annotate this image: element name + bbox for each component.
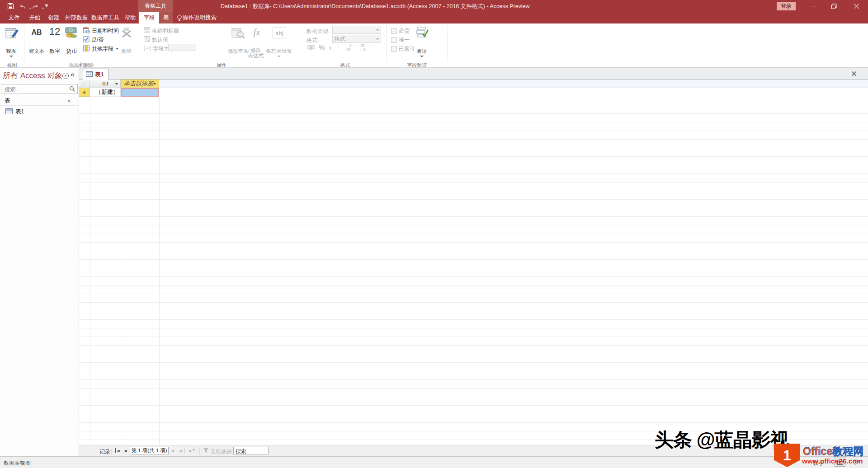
nav-menu-icon[interactable] bbox=[62, 73, 69, 79]
tab-database-tools[interactable]: 数据库工具 bbox=[90, 12, 121, 23]
format-select[interactable]: 格式 bbox=[332, 35, 381, 43]
default-value-icon bbox=[144, 36, 150, 43]
default-value-button[interactable]: 默认值 bbox=[144, 36, 168, 44]
cell-id-new[interactable]: （新建） bbox=[90, 88, 121, 97]
empty-grid[interactable] bbox=[79, 97, 868, 445]
unique-checkbox[interactable]: 唯一 bbox=[391, 36, 410, 44]
decrease-decimals-icon[interactable]: .00 →.0 bbox=[356, 43, 368, 51]
cell-add-selected[interactable] bbox=[121, 88, 159, 97]
tab-table[interactable]: 表 bbox=[159, 12, 173, 23]
no-filter-label[interactable]: 无筛选器 bbox=[210, 448, 232, 456]
comma-icon[interactable]: , bbox=[329, 42, 331, 51]
currency-icon[interactable] bbox=[65, 27, 78, 40]
tell-me-search[interactable]: 操作说明搜索 bbox=[183, 12, 222, 23]
undo-icon[interactable] bbox=[19, 3, 32, 11]
view-dropdown-icon[interactable] bbox=[9, 56, 13, 57]
data-type-select[interactable] bbox=[332, 26, 381, 34]
sign-in-button[interactable]: 登录 bbox=[777, 2, 796, 10]
document-tab-label: 表1 bbox=[95, 71, 104, 79]
number-button[interactable]: 数字 bbox=[46, 48, 63, 55]
memo-settings-button[interactable]: 备忘录设置 bbox=[264, 48, 293, 55]
delete-button[interactable]: 删除 bbox=[114, 48, 139, 55]
column-header-add-field[interactable]: 单击以添加 bbox=[121, 80, 159, 88]
increase-decimals-icon[interactable]: ←.0 .00 bbox=[342, 43, 354, 51]
document-tab-strip: 表1 bbox=[79, 68, 868, 80]
table-icon bbox=[5, 108, 13, 116]
short-text-button[interactable]: 短文本 bbox=[26, 48, 47, 55]
watermark-brand: Office教程网 bbox=[803, 445, 863, 459]
next-record-button[interactable]: ► bbox=[172, 448, 175, 453]
record-search-input[interactable]: 搜索 bbox=[233, 447, 269, 454]
more-fields-icon bbox=[83, 45, 90, 53]
required-checkbox[interactable]: 必需 bbox=[391, 27, 410, 35]
name-caption-icon bbox=[144, 27, 150, 34]
data-type-label: 数据类型: bbox=[307, 28, 330, 35]
title-bar: 表格工具 Database1 : 数据库- C:\Users\Administr… bbox=[0, 0, 868, 12]
number-icon[interactable]: 12 bbox=[46, 25, 63, 38]
checkbox-icon bbox=[391, 28, 397, 34]
tab-create[interactable]: 创建 bbox=[44, 12, 63, 23]
yes-no-icon bbox=[83, 36, 90, 44]
group-separator bbox=[24, 25, 24, 61]
collapse-section-icon[interactable]: « bbox=[66, 99, 73, 103]
short-text-icon[interactable]: AB bbox=[26, 27, 47, 38]
name-caption-button[interactable]: 名称和标题 bbox=[144, 27, 179, 35]
select-all-cell[interactable] bbox=[79, 80, 90, 88]
new-record-selector[interactable]: * bbox=[79, 88, 90, 97]
apply-currency-icon[interactable] bbox=[307, 44, 316, 52]
group-separator bbox=[387, 25, 387, 61]
record-position-box[interactable]: 第 1 项(共 1 项) bbox=[130, 447, 169, 454]
tab-home[interactable]: 开始 bbox=[25, 12, 44, 23]
new-record-button[interactable]: ►✱ bbox=[189, 448, 195, 453]
more-fields-button[interactable]: 其他字段 bbox=[83, 45, 118, 53]
header-filler bbox=[159, 80, 868, 88]
nav-section-tables[interactable]: 表 « bbox=[0, 96, 79, 106]
yes-no-button[interactable]: 是/否 bbox=[83, 36, 104, 44]
gridline bbox=[159, 97, 160, 445]
validation-dropdown-icon[interactable] bbox=[420, 56, 424, 57]
last-record-button[interactable]: ► bbox=[180, 448, 184, 453]
gridline bbox=[121, 97, 121, 445]
redo-icon[interactable] bbox=[32, 3, 44, 11]
datasheet: ID 单击以添加 * （新建） bbox=[79, 80, 868, 445]
column-dropdown-icon[interactable] bbox=[153, 83, 156, 85]
mini-separator bbox=[339, 45, 339, 51]
search-icon[interactable] bbox=[69, 86, 75, 94]
close-table-icon[interactable] bbox=[850, 70, 858, 78]
tab-external-data[interactable]: 外部数据 bbox=[63, 12, 90, 23]
previous-record-button[interactable]: ◄ bbox=[123, 448, 127, 453]
shutter-close-icon[interactable]: « bbox=[71, 70, 75, 79]
qat-customize-icon[interactable] bbox=[45, 4, 48, 7]
tab-help[interactable]: 帮助 bbox=[121, 12, 139, 23]
view-icon bbox=[5, 27, 19, 42]
close-button[interactable] bbox=[844, 0, 868, 12]
restore-button[interactable] bbox=[824, 0, 844, 12]
tab-file[interactable]: 文件 bbox=[4, 12, 24, 23]
document-tab-table1[interactable]: 表1 bbox=[83, 69, 109, 80]
view-button[interactable]: 视图 bbox=[0, 48, 23, 55]
tab-fields[interactable]: 字段 bbox=[139, 12, 159, 23]
delete-icon bbox=[121, 27, 132, 41]
field-size-icon bbox=[144, 46, 151, 52]
gridline bbox=[90, 97, 90, 445]
modify-expression-label2: 表达式 bbox=[245, 52, 266, 59]
filter-icon bbox=[203, 448, 209, 456]
date-time-button[interactable]: 日期和时间 bbox=[83, 27, 119, 35]
first-record-button[interactable]: ◄ bbox=[115, 448, 120, 453]
column-filter-icon[interactable] bbox=[115, 83, 118, 85]
modify-expression-icon[interactable]: fx bbox=[250, 27, 264, 37]
minimize-button[interactable] bbox=[803, 0, 824, 12]
field-size-input[interactable] bbox=[168, 44, 196, 51]
column-header-id[interactable]: ID bbox=[90, 80, 121, 88]
nav-search-box[interactable]: 搜索... bbox=[1, 84, 78, 94]
watermark-url: www.office26.com bbox=[802, 457, 863, 465]
validation-button[interactable]: 验证 bbox=[410, 48, 433, 55]
memo-settings-icon[interactable]: ab| bbox=[273, 28, 286, 38]
watermark-headline: 头条 @蓝晶影视 bbox=[655, 427, 789, 453]
view-name-label: 数据表视图 bbox=[4, 459, 31, 467]
currency-button[interactable]: 货币 bbox=[62, 48, 80, 55]
checkbox-icon bbox=[391, 46, 397, 52]
percent-icon[interactable]: % bbox=[319, 43, 325, 51]
nav-item-table1[interactable]: 表1 bbox=[0, 107, 79, 116]
save-icon[interactable] bbox=[7, 3, 14, 11]
